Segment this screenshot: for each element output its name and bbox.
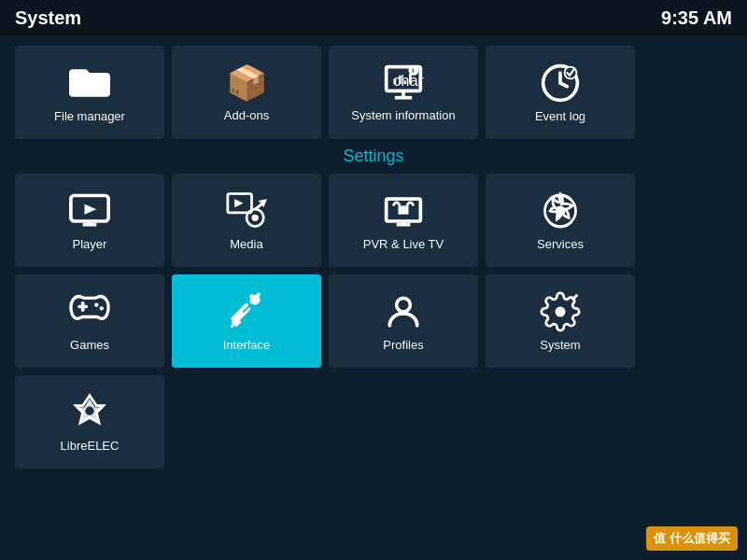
games-icon <box>69 291 110 332</box>
addons-icon-unicode: 📦 <box>226 63 268 103</box>
tile-games[interactable]: Games <box>15 274 164 368</box>
svg-rect-26 <box>399 205 409 214</box>
tile-player[interactable]: Player <box>15 174 164 267</box>
top-row: File manager 📦 Add-ons chart i Sys <box>15 46 732 139</box>
tile-profiles-label: Profiles <box>383 338 423 352</box>
settings-label: Settings <box>15 147 732 166</box>
content-area: File manager 📦 Add-ons chart i Sys <box>0 36 747 485</box>
svg-text:i: i <box>412 66 414 75</box>
svg-point-40 <box>85 406 93 414</box>
svg-point-36 <box>397 298 411 312</box>
svg-marker-14 <box>85 203 97 214</box>
tile-profiles[interactable]: Profiles <box>329 274 478 368</box>
watermark: 值 什么值得买 <box>646 526 738 551</box>
eventlog-icon <box>540 63 581 104</box>
tile-services[interactable]: Services <box>486 174 635 267</box>
tile-libreelec-label: LibreELEC <box>61 439 120 453</box>
svg-text:chart: chart <box>393 71 424 88</box>
interface-icon <box>226 291 267 332</box>
tile-libreelec[interactable]: LibreELEC <box>15 375 164 469</box>
app-title: System <box>15 7 81 29</box>
tile-pvr-label: PVR & Live TV <box>363 237 444 251</box>
libreelec-icon <box>69 392 110 433</box>
tile-event-log[interactable]: Event log <box>486 46 635 139</box>
sysinfo-icon: chart i <box>383 63 424 105</box>
tile-add-ons-label: Add-ons <box>224 108 269 122</box>
tile-media-label: Media <box>230 237 262 251</box>
svg-point-35 <box>250 294 261 304</box>
player-icon <box>69 190 110 231</box>
tile-pvr-live-tv[interactable]: PVR & Live TV <box>329 174 478 267</box>
tile-services-label: Services <box>537 237 584 251</box>
tile-system-information[interactable]: chart i System information <box>329 46 478 139</box>
tile-file-manager[interactable]: File manager <box>15 46 164 139</box>
tile-add-ons[interactable]: 📦 Add-ons <box>172 46 321 139</box>
grid-row-1: Player Media PVR & Live TV <box>15 174 732 267</box>
top-bar: System 9:35 AM <box>0 0 747 36</box>
system-icon <box>540 291 581 332</box>
profiles-icon <box>383 291 424 332</box>
bottom-row: LibreELEC <box>15 375 732 469</box>
svg-line-38 <box>572 294 578 300</box>
tile-games-label: Games <box>70 338 109 352</box>
tile-system-information-label: System information <box>351 108 455 122</box>
tile-interface-label: Interface <box>223 338 271 352</box>
tile-interface[interactable]: Interface <box>172 274 321 368</box>
tile-file-manager-label: File manager <box>54 109 125 123</box>
svg-point-20 <box>252 214 259 220</box>
tile-player-label: Player <box>73 237 107 251</box>
pvr-icon <box>383 190 424 231</box>
grid-row-2: Games Interface Profiles <box>15 274 732 368</box>
folder-icon <box>69 63 110 104</box>
services-icon <box>540 190 581 231</box>
tile-media[interactable]: Media <box>172 174 321 267</box>
tile-event-log-label: Event log <box>535 109 585 123</box>
svg-point-37 <box>556 306 566 316</box>
tile-system-label: System <box>540 338 580 352</box>
svg-line-21 <box>255 203 261 209</box>
svg-point-31 <box>94 302 98 306</box>
svg-marker-18 <box>234 199 243 207</box>
tile-system[interactable]: System <box>486 274 635 368</box>
svg-point-32 <box>100 306 104 310</box>
clock: 9:35 AM <box>661 7 732 29</box>
media-icon <box>226 190 267 231</box>
